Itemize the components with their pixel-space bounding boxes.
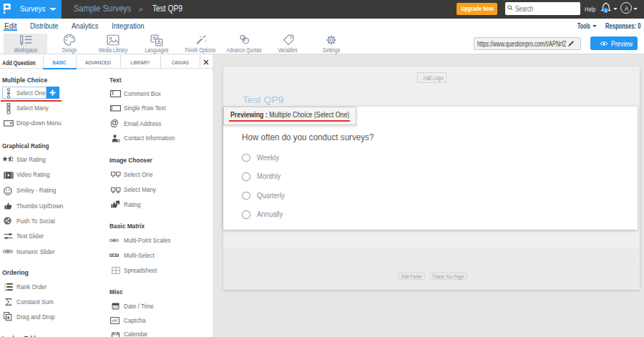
svg-text:vW: vW: [112, 318, 119, 323]
svg-text:3: 3: [4, 289, 6, 291]
svg-text:123: 123: [113, 306, 118, 309]
